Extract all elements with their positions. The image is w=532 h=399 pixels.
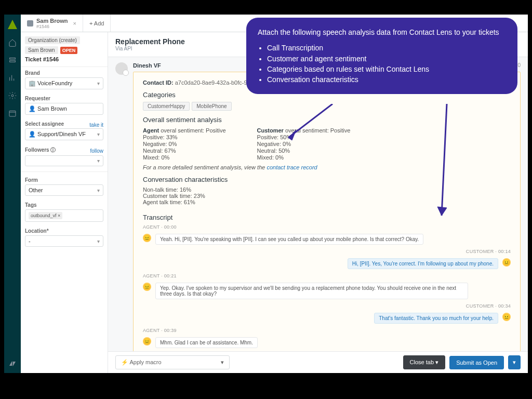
location-field: Location* -▾ — [21, 225, 108, 250]
assignee-field: Select assigneetake it 👤 Support/Dinesh … — [21, 118, 108, 143]
status-badge: OPEN — [60, 47, 78, 54]
category-chip: MobilePhone — [192, 102, 231, 111]
reports-icon[interactable] — [8, 74, 17, 82]
svg-rect-3 — [9, 111, 16, 116]
close-icon[interactable]: × — [73, 20, 76, 26]
nav-rail — [4, 15, 21, 373]
logo-icon — [8, 20, 17, 29]
form-select[interactable]: Other▾ — [25, 184, 103, 196]
sentiment-face-icon: 😐 — [143, 234, 151, 242]
form-field: Form Other▾ — [21, 174, 108, 199]
category-chip: CustomerHappy — [143, 102, 190, 111]
location-select[interactable]: -▾ — [25, 235, 103, 247]
crumb-ticket: Ticket #1546 — [25, 56, 59, 62]
transcript-bubble: Mhm. Glad I can be of assistance. Mhm. — [155, 337, 258, 348]
submit-button[interactable]: Submit as Open — [449, 356, 504, 369]
transcript-bubble: That's fantastic. Thank you so much for … — [374, 313, 498, 324]
svg-point-2 — [11, 95, 14, 97]
zendesk-icon[interactable] — [8, 360, 17, 368]
footer: ⚡ Apply macro▾ Close tab ▾ Submit as Ope… — [108, 351, 528, 373]
tab-number: #1546 — [36, 24, 68, 29]
svg-rect-0 — [10, 58, 16, 59]
arrow-icon — [426, 104, 468, 223]
macro-picker[interactable]: ⚡ Apply macro▾ — [115, 355, 230, 369]
followers-select[interactable]: ▾ — [25, 155, 103, 166]
user-icon — [27, 20, 33, 26]
svg-marker-5 — [288, 130, 296, 140]
followers-field: Followers ⓘfollow ▾ — [21, 143, 108, 169]
avatar — [115, 62, 128, 75]
tags-input[interactable]: outbound_vf × — [25, 209, 103, 222]
svg-marker-7 — [437, 207, 447, 216]
brand-select[interactable]: 🏢 VoiceFoundry▾ — [25, 77, 103, 89]
tab-name: Sam Brown — [36, 18, 68, 24]
crumb-org[interactable]: Organization (create) — [25, 36, 80, 44]
tags-field: Tags outbound_vf × — [21, 199, 108, 225]
sender-name: Dinesh VF — [133, 62, 161, 69]
list-icon[interactable] — [8, 56, 17, 64]
calendar-icon[interactable] — [8, 109, 17, 117]
assignee-select[interactable]: 👤 Support/Dinesh VF▾ — [25, 128, 103, 140]
requester-field: Requester 👤 Sam Brown — [21, 92, 108, 118]
follow-link[interactable]: follow — [90, 148, 103, 154]
tooltip-callout: Attach the following speech analysis dat… — [246, 18, 517, 94]
home-icon[interactable] — [8, 38, 17, 47]
add-tab[interactable]: + Add — [83, 15, 111, 32]
requester-select[interactable]: 👤 Sam Brown — [25, 103, 103, 115]
gear-icon[interactable] — [8, 91, 17, 100]
sentiment-face-icon: 😐 — [502, 313, 511, 321]
sidebar: Organization (create) Sam Brown OPEN Tic… — [21, 32, 108, 373]
transcript-bubble: Hi, [PII]. Yes, You're correct. I'm foll… — [348, 258, 498, 269]
ctr-link[interactable]: contact trace record — [267, 164, 317, 170]
svg-rect-1 — [10, 61, 16, 62]
brand-field: Brand 🏢 VoiceFoundry▾ — [21, 67, 108, 92]
sentiment-face-icon: 😐 — [143, 337, 151, 345]
crumb-requester[interactable]: Sam Brown — [25, 46, 58, 54]
sentiment-face-icon: 😐 — [143, 283, 151, 291]
arrow-icon — [281, 104, 343, 145]
svg-line-6 — [442, 104, 447, 216]
close-tab-button[interactable]: Close tab ▾ — [403, 355, 446, 369]
take-link[interactable]: take it — [89, 122, 103, 128]
transcript-bubble: Yep. Okay. I've spoken to my supervisor … — [155, 283, 468, 299]
submit-dropdown[interactable]: ▾ — [508, 355, 521, 369]
transcript-bubble: Yeah. Hi, [PII]. You're speaking with [P… — [155, 234, 423, 245]
sentiment-face-icon: 😐 — [502, 258, 511, 267]
ticket-tab[interactable]: Sam Brown #1546 × — [21, 15, 83, 32]
breadcrumb: Organization (create) Sam Brown OPEN Tic… — [21, 32, 108, 67]
